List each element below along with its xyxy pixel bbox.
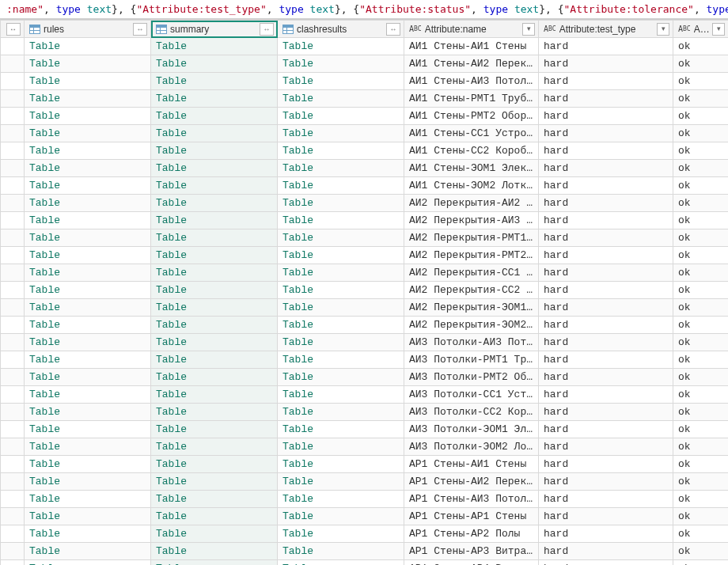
cell-attribute-name[interactable]: АИ3 Потолки-РМТ1 Тру… (404, 351, 539, 369)
table-row[interactable]: TableTableTableАИ2 Перекрытия-АИ3 П…hard… (1, 212, 729, 229)
cell-clashresults[interactable]: Table (278, 108, 404, 125)
cell-attrib[interactable]: ok (673, 229, 729, 247)
cell-clashresults[interactable]: Table (278, 438, 404, 456)
row-gutter[interactable] (1, 108, 25, 125)
table-row[interactable]: TableTableTableАИ3 Потолки-СС2 Коро…hard… (1, 404, 729, 421)
cell-attribute-test-type[interactable]: hard (539, 195, 673, 212)
cell-attribute-test-type[interactable]: hard (539, 38, 673, 55)
filter-dropdown-icon[interactable]: ▾ (522, 23, 535, 36)
cell-summary[interactable]: Table (151, 142, 278, 160)
row-gutter[interactable] (1, 491, 25, 508)
cell-rules[interactable]: Table (25, 229, 151, 247)
row-gutter[interactable] (1, 282, 25, 299)
cell-clashresults[interactable]: Table (278, 404, 404, 421)
table-row[interactable]: TableTableTableАИ3 Потолки-ЭОМ2 Лот…hard… (1, 438, 729, 456)
cell-rules[interactable]: Table (25, 351, 151, 369)
cell-attrib[interactable]: ok (673, 73, 729, 90)
cell-clashresults[interactable]: Table (278, 299, 404, 317)
cell-attribute-test-type[interactable]: hard (539, 299, 673, 317)
cell-attribute-name[interactable]: АИ2 Перекрытия-ЭОМ1 … (404, 299, 539, 317)
table-row[interactable]: TableTableTableАИ2 Перекрытия-РМТ1 …hard… (1, 229, 729, 247)
cell-rules[interactable]: Table (25, 386, 151, 404)
cell-rules[interactable]: Table (25, 38, 151, 55)
table-row[interactable]: TableTableTableАИ2 Перекрытия-АИ2 П…hard… (1, 195, 729, 212)
cell-attrib[interactable]: ok (673, 282, 729, 299)
table-row[interactable]: TableTableTableАИ1 Стены-АИ3 Потолкиhard… (1, 73, 729, 90)
cell-summary[interactable]: Table (151, 334, 278, 351)
cell-attrib[interactable]: ok (673, 508, 729, 525)
cell-clashresults[interactable]: Table (278, 247, 404, 264)
cell-attribute-name[interactable]: АР1 Стены-АР3 Витражи (404, 543, 539, 560)
row-gutter[interactable] (1, 525, 25, 543)
cell-attribute-test-type[interactable]: hard (539, 543, 673, 560)
cell-rules[interactable]: Table (25, 264, 151, 282)
cell-rules[interactable]: Table (25, 177, 151, 195)
cell-attribute-name[interactable]: АР1 Стены-АИ2 Перекр… (404, 473, 539, 491)
cell-attrib[interactable]: ok (673, 160, 729, 177)
row-gutter[interactable] (1, 212, 25, 229)
row-gutter[interactable] (1, 404, 25, 421)
cell-attrib[interactable]: ok (673, 491, 729, 508)
cell-rules[interactable]: Table (25, 108, 151, 125)
row-gutter[interactable] (1, 351, 25, 369)
cell-summary[interactable]: Table (151, 456, 278, 473)
column-header-summary[interactable]: summary↔ (151, 21, 278, 38)
cell-clashresults[interactable]: Table (278, 351, 404, 369)
row-gutter[interactable] (1, 508, 25, 525)
cell-attribute-test-type[interactable]: hard (539, 229, 673, 247)
cell-clashresults[interactable]: Table (278, 160, 404, 177)
cell-clashresults[interactable]: Table (278, 229, 404, 247)
row-gutter[interactable] (1, 125, 25, 142)
column-header-attrib[interactable]: ABCAttrib▾ (673, 21, 729, 38)
row-gutter[interactable] (1, 543, 25, 560)
cell-attrib[interactable]: ok (673, 195, 729, 212)
row-gutter[interactable] (1, 264, 25, 282)
cell-attribute-test-type[interactable]: hard (539, 108, 673, 125)
cell-rules[interactable]: Table (25, 334, 151, 351)
cell-summary[interactable]: Table (151, 108, 278, 125)
row-gutter[interactable] (1, 38, 25, 55)
cell-attribute-test-type[interactable]: hard (539, 160, 673, 177)
cell-attribute-test-type[interactable]: hard (539, 55, 673, 73)
cell-attribute-name[interactable]: АИ2 Перекрытия-РМТ1 … (404, 229, 539, 247)
cell-clashresults[interactable]: Table (278, 55, 404, 73)
cell-attrib[interactable]: ok (673, 525, 729, 543)
cell-rules[interactable]: Table (25, 212, 151, 229)
table-row[interactable]: TableTableTableАР1 Стены-АИ3 Потолкиhard… (1, 491, 729, 508)
cell-clashresults[interactable]: Table (278, 90, 404, 108)
cell-attribute-test-type[interactable]: hard (539, 247, 673, 264)
cell-attrib[interactable]: ok (673, 543, 729, 560)
cell-clashresults[interactable]: Table (278, 177, 404, 195)
cell-attrib[interactable]: ok (673, 55, 729, 73)
cell-attrib[interactable]: ok (673, 386, 729, 404)
row-gutter[interactable] (1, 142, 25, 160)
cell-summary[interactable]: Table (151, 212, 278, 229)
cell-clashresults[interactable]: Table (278, 456, 404, 473)
table-row[interactable]: TableTableTableАИ1 Стены-РМТ1 Трубы…hard… (1, 90, 729, 108)
table-row[interactable]: TableTableTableАИ1 Стены-АИ2 Перекр…hard… (1, 55, 729, 73)
cell-attribute-test-type[interactable]: hard (539, 508, 673, 525)
row-gutter[interactable] (1, 473, 25, 491)
row-gutter[interactable] (1, 386, 25, 404)
cell-rules[interactable]: Table (25, 421, 151, 438)
cell-summary[interactable]: Table (151, 560, 278, 566)
cell-attribute-name[interactable]: АИ2 Перекрытия-СС2 К… (404, 282, 539, 299)
column-header-attr_name[interactable]: ABCAttribute:name▾ (404, 21, 539, 38)
cell-attrib[interactable]: ok (673, 108, 729, 125)
cell-rules[interactable]: Table (25, 282, 151, 299)
table-row[interactable]: TableTableTableАИ2 Перекрытия-ЭОМ1 …hard… (1, 299, 729, 317)
column-header-clashresults[interactable]: clashresults↔ (278, 21, 404, 38)
cell-attribute-test-type[interactable]: hard (539, 386, 673, 404)
cell-attrib[interactable]: ok (673, 369, 729, 386)
row-gutter[interactable] (1, 369, 25, 386)
cell-attrib[interactable]: ok (673, 142, 729, 160)
cell-rules[interactable]: Table (25, 247, 151, 264)
row-gutter[interactable] (1, 160, 25, 177)
cell-attrib[interactable]: ok (673, 473, 729, 491)
table-row[interactable]: TableTableTableАИ1 Стены-СС1 Устрой…hard… (1, 125, 729, 142)
cell-attribute-name[interactable]: АИ3 Потолки-СС1 Устр… (404, 386, 539, 404)
cell-clashresults[interactable]: Table (278, 386, 404, 404)
cell-attribute-test-type[interactable]: hard (539, 334, 673, 351)
cell-summary[interactable]: Table (151, 73, 278, 90)
cell-attribute-name[interactable]: АИ2 Перекрытия-АИ3 П… (404, 212, 539, 229)
